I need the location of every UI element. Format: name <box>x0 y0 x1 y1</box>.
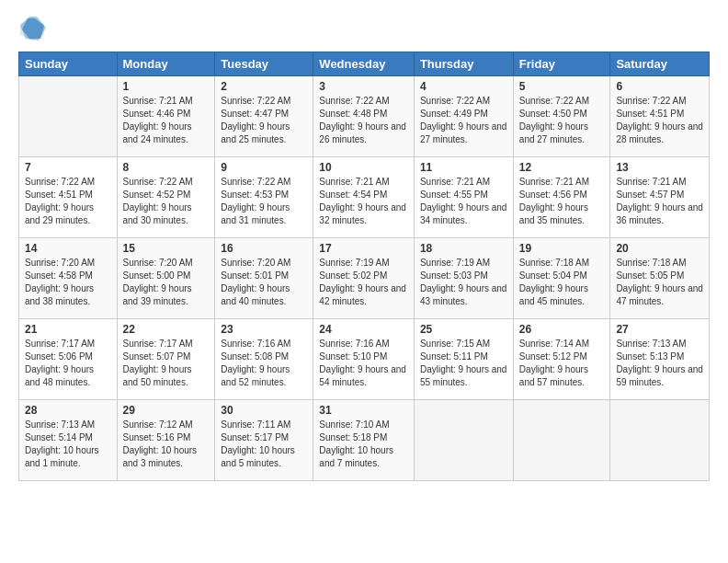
calendar-cell: 13Sunrise: 7:21 AM Sunset: 4:57 PM Dayli… <box>610 157 710 238</box>
day-info: Sunrise: 7:19 AM Sunset: 5:03 PM Dayligh… <box>420 257 507 308</box>
day-number: 9 <box>221 161 307 174</box>
calendar-table: SundayMondayTuesdayWednesdayThursdayFrid… <box>18 52 710 481</box>
day-number: 16 <box>221 242 307 255</box>
day-number: 6 <box>616 80 703 93</box>
day-number: 8 <box>123 161 210 174</box>
calendar-header-sunday: Sunday <box>19 52 118 76</box>
calendar-cell: 20Sunrise: 7:18 AM Sunset: 5:05 PM Dayli… <box>610 238 710 319</box>
page: SundayMondayTuesdayWednesdayThursdayFrid… <box>0 0 728 563</box>
calendar-week-row: 21Sunrise: 7:17 AM Sunset: 5:06 PM Dayli… <box>19 319 710 400</box>
calendar-cell: 19Sunrise: 7:18 AM Sunset: 5:04 PM Dayli… <box>513 238 610 319</box>
day-number: 14 <box>25 242 111 255</box>
calendar-cell: 3Sunrise: 7:22 AM Sunset: 4:48 PM Daylig… <box>313 76 415 157</box>
day-info: Sunrise: 7:20 AM Sunset: 5:00 PM Dayligh… <box>123 257 210 308</box>
day-info: Sunrise: 7:22 AM Sunset: 4:47 PM Dayligh… <box>221 95 307 146</box>
day-info: Sunrise: 7:10 AM Sunset: 5:18 PM Dayligh… <box>319 419 408 470</box>
day-number: 25 <box>420 323 507 336</box>
day-number: 10 <box>319 161 408 174</box>
calendar-cell: 2Sunrise: 7:22 AM Sunset: 4:47 PM Daylig… <box>215 76 313 157</box>
day-info: Sunrise: 7:19 AM Sunset: 5:02 PM Dayligh… <box>319 257 408 308</box>
day-info: Sunrise: 7:11 AM Sunset: 5:17 PM Dayligh… <box>221 419 307 470</box>
day-number: 13 <box>616 161 703 174</box>
day-info: Sunrise: 7:22 AM Sunset: 4:48 PM Dayligh… <box>319 95 408 146</box>
day-info: Sunrise: 7:17 AM Sunset: 5:07 PM Dayligh… <box>123 338 210 389</box>
calendar-cell <box>513 400 610 481</box>
calendar-cell: 18Sunrise: 7:19 AM Sunset: 5:03 PM Dayli… <box>414 238 513 319</box>
calendar-cell: 11Sunrise: 7:21 AM Sunset: 4:55 PM Dayli… <box>414 157 513 238</box>
calendar-cell: 26Sunrise: 7:14 AM Sunset: 5:12 PM Dayli… <box>513 319 610 400</box>
calendar-cell: 17Sunrise: 7:19 AM Sunset: 5:02 PM Dayli… <box>313 238 415 319</box>
calendar-week-row: 7Sunrise: 7:22 AM Sunset: 4:51 PM Daylig… <box>19 157 710 238</box>
day-number: 2 <box>221 80 307 93</box>
day-info: Sunrise: 7:22 AM Sunset: 4:51 PM Dayligh… <box>25 176 111 227</box>
day-info: Sunrise: 7:13 AM Sunset: 5:13 PM Dayligh… <box>616 338 703 389</box>
calendar-cell: 22Sunrise: 7:17 AM Sunset: 5:07 PM Dayli… <box>117 319 215 400</box>
calendar-cell <box>610 400 710 481</box>
day-number: 27 <box>616 323 703 336</box>
day-number: 29 <box>123 404 210 417</box>
day-number: 26 <box>519 323 605 336</box>
day-number: 3 <box>319 80 408 93</box>
day-number: 5 <box>519 80 605 93</box>
calendar-header-saturday: Saturday <box>610 52 710 76</box>
day-info: Sunrise: 7:22 AM Sunset: 4:50 PM Dayligh… <box>519 95 605 146</box>
day-number: 30 <box>221 404 307 417</box>
day-number: 17 <box>319 242 408 255</box>
calendar-cell: 4Sunrise: 7:22 AM Sunset: 4:49 PM Daylig… <box>414 76 513 157</box>
day-info: Sunrise: 7:18 AM Sunset: 5:05 PM Dayligh… <box>616 257 703 308</box>
day-number: 4 <box>420 80 507 93</box>
calendar-cell: 7Sunrise: 7:22 AM Sunset: 4:51 PM Daylig… <box>19 157 118 238</box>
calendar-week-row: 14Sunrise: 7:20 AM Sunset: 4:58 PM Dayli… <box>19 238 710 319</box>
calendar-cell: 8Sunrise: 7:22 AM Sunset: 4:52 PM Daylig… <box>117 157 215 238</box>
calendar-cell: 15Sunrise: 7:20 AM Sunset: 5:00 PM Dayli… <box>117 238 215 319</box>
calendar-cell: 23Sunrise: 7:16 AM Sunset: 5:08 PM Dayli… <box>215 319 313 400</box>
calendar-cell: 24Sunrise: 7:16 AM Sunset: 5:10 PM Dayli… <box>313 319 415 400</box>
calendar-cell: 12Sunrise: 7:21 AM Sunset: 4:56 PM Dayli… <box>513 157 610 238</box>
day-info: Sunrise: 7:20 AM Sunset: 4:58 PM Dayligh… <box>25 257 111 308</box>
calendar-header-tuesday: Tuesday <box>215 52 313 76</box>
calendar-header-thursday: Thursday <box>414 52 513 76</box>
calendar-cell: 28Sunrise: 7:13 AM Sunset: 5:14 PM Dayli… <box>19 400 118 481</box>
calendar-week-row: 28Sunrise: 7:13 AM Sunset: 5:14 PM Dayli… <box>19 400 710 481</box>
calendar-cell: 9Sunrise: 7:22 AM Sunset: 4:53 PM Daylig… <box>215 157 313 238</box>
day-number: 15 <box>123 242 210 255</box>
day-number: 28 <box>25 404 111 417</box>
logo <box>18 15 48 42</box>
day-info: Sunrise: 7:21 AM Sunset: 4:55 PM Dayligh… <box>420 176 507 227</box>
calendar-cell: 14Sunrise: 7:20 AM Sunset: 4:58 PM Dayli… <box>19 238 118 319</box>
calendar-cell: 1Sunrise: 7:21 AM Sunset: 4:46 PM Daylig… <box>117 76 215 157</box>
calendar-cell: 31Sunrise: 7:10 AM Sunset: 5:18 PM Dayli… <box>313 400 415 481</box>
calendar-cell: 29Sunrise: 7:12 AM Sunset: 5:16 PM Dayli… <box>117 400 215 481</box>
calendar-header-monday: Monday <box>117 52 215 76</box>
day-number: 11 <box>420 161 507 174</box>
calendar-cell: 25Sunrise: 7:15 AM Sunset: 5:11 PM Dayli… <box>414 319 513 400</box>
calendar-cell: 27Sunrise: 7:13 AM Sunset: 5:13 PM Dayli… <box>610 319 710 400</box>
logo-icon <box>18 15 46 42</box>
day-info: Sunrise: 7:12 AM Sunset: 5:16 PM Dayligh… <box>123 419 210 470</box>
calendar-header-row: SundayMondayTuesdayWednesdayThursdayFrid… <box>19 52 710 76</box>
day-info: Sunrise: 7:13 AM Sunset: 5:14 PM Dayligh… <box>25 419 111 470</box>
day-info: Sunrise: 7:21 AM Sunset: 4:54 PM Dayligh… <box>319 176 408 227</box>
day-info: Sunrise: 7:22 AM Sunset: 4:49 PM Dayligh… <box>420 95 507 146</box>
day-number: 7 <box>25 161 111 174</box>
svg-marker-2 <box>20 17 46 40</box>
calendar-cell: 6Sunrise: 7:22 AM Sunset: 4:51 PM Daylig… <box>610 76 710 157</box>
calendar-week-row: 1Sunrise: 7:21 AM Sunset: 4:46 PM Daylig… <box>19 76 710 157</box>
day-info: Sunrise: 7:21 AM Sunset: 4:57 PM Dayligh… <box>616 176 703 227</box>
day-number: 12 <box>519 161 605 174</box>
calendar-header-friday: Friday <box>513 52 610 76</box>
header <box>18 15 710 42</box>
day-info: Sunrise: 7:14 AM Sunset: 5:12 PM Dayligh… <box>519 338 605 389</box>
day-number: 31 <box>319 404 408 417</box>
calendar-cell: 10Sunrise: 7:21 AM Sunset: 4:54 PM Dayli… <box>313 157 415 238</box>
day-info: Sunrise: 7:16 AM Sunset: 5:10 PM Dayligh… <box>319 338 408 389</box>
day-info: Sunrise: 7:17 AM Sunset: 5:06 PM Dayligh… <box>25 338 111 389</box>
day-number: 19 <box>519 242 605 255</box>
day-info: Sunrise: 7:22 AM Sunset: 4:51 PM Dayligh… <box>616 95 703 146</box>
day-number: 1 <box>123 80 210 93</box>
day-info: Sunrise: 7:15 AM Sunset: 5:11 PM Dayligh… <box>420 338 507 389</box>
day-info: Sunrise: 7:21 AM Sunset: 4:46 PM Dayligh… <box>123 95 210 146</box>
day-info: Sunrise: 7:20 AM Sunset: 5:01 PM Dayligh… <box>221 257 307 308</box>
calendar-cell: 16Sunrise: 7:20 AM Sunset: 5:01 PM Dayli… <box>215 238 313 319</box>
day-number: 18 <box>420 242 507 255</box>
